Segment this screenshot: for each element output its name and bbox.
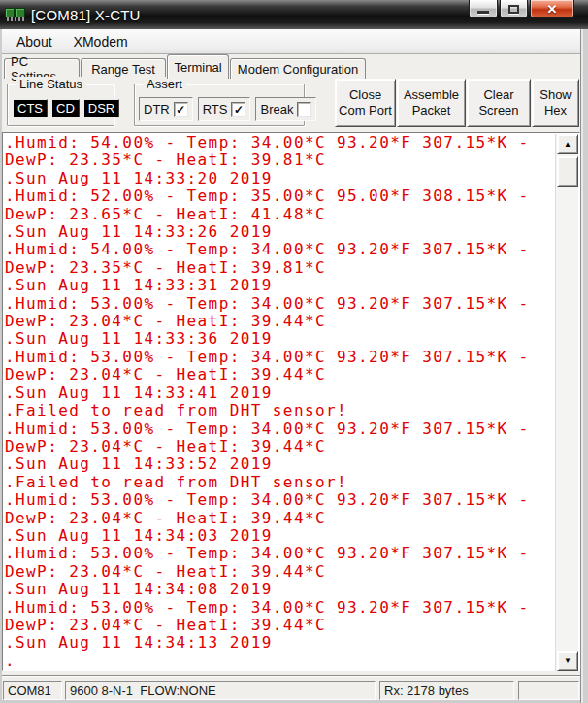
terminal-line: DewP: 23.65*C - HeatI: 41.48*C xyxy=(5,206,554,223)
tab-modem-configuration[interactable]: Modem Configuration xyxy=(230,58,366,79)
assert-panel-break: Break xyxy=(255,97,316,121)
terminal-pane[interactable]: .Humid: 54.00% - Temp: 34.00*C 93.20*F 3… xyxy=(2,132,580,671)
clear-screen-label: Clear xyxy=(483,87,513,103)
xctu-window: [COM81] X-CTU ✕ AboutXModem PC SettingsR… xyxy=(0,0,588,703)
checkbox-break[interactable] xyxy=(297,102,311,117)
status-bar: COM819600 8-N-1 FLOW:NONERx: 2178 bytes xyxy=(2,681,580,700)
maximize-button[interactable] xyxy=(500,0,528,18)
line-status-group: Line Status CTSCDDSR xyxy=(7,84,114,126)
close-com-port-button[interactable]: CloseCom Port xyxy=(335,79,396,127)
tab-pc-settings[interactable]: PC Settings xyxy=(4,58,80,79)
terminal-line: .Humid: 53.00% - Temp: 34.00*C 93.20*F 3… xyxy=(5,420,554,438)
close-com-port-label: Close xyxy=(349,87,381,103)
menu-bar: AboutXModem xyxy=(2,29,580,54)
terminal-line: .Sun Aug 11 14:33:31 2019 xyxy=(5,277,554,294)
assemble-packet-button[interactable]: AssemblePacket xyxy=(397,79,466,127)
assemble-packet-label: Packet xyxy=(412,103,451,118)
maximize-icon xyxy=(508,5,519,14)
checkbox-rts[interactable]: ✓ xyxy=(231,102,245,117)
client-area: AboutXModem PC SettingsRange TestTermina… xyxy=(2,29,580,700)
window-title: [COM81] X-CTU xyxy=(31,7,141,23)
terminal-line: .Humid: 54.00% - Temp: 34.00*C 93.20*F 3… xyxy=(5,241,554,258)
close-button[interactable]: ✕ xyxy=(530,0,574,18)
terminal-line: .Sun Aug 11 14:33:26 2019 xyxy=(5,223,554,241)
assert-legend: Assert xyxy=(143,77,186,91)
terminal-line: .Sun Aug 11 14:33:20 2019 xyxy=(5,170,554,187)
vertical-scrollbar[interactable]: ▲ ▼ xyxy=(555,134,578,671)
checkbox-dtr[interactable]: ✓ xyxy=(174,102,188,117)
terminal-line: DewP: 23.04*C - HeatI: 39.44*C xyxy=(5,438,554,455)
status-serial-settings: 9600 8-N-1 FLOW:NONE xyxy=(65,681,376,700)
terminal-line: DewP: 23.04*C - HeatI: 39.44*C xyxy=(5,366,554,384)
terminal-line: .Sun Aug 11 14:33:36 2019 xyxy=(5,330,554,348)
terminal-output[interactable]: .Humid: 54.00% - Temp: 34.00*C 93.20*F 3… xyxy=(5,134,554,669)
show-hex-label: Show xyxy=(539,87,572,103)
terminal-line: .Sun Aug 11 14:34:08 2019 xyxy=(5,581,554,598)
terminal-line: . xyxy=(5,653,554,669)
close-com-port-label: Com Port xyxy=(339,103,392,118)
window-controls: ✕ xyxy=(469,0,574,18)
tab-terminal[interactable]: Terminal xyxy=(167,54,229,79)
scroll-up-button[interactable]: ▲ xyxy=(557,134,578,154)
tab-strip: PC SettingsRange TestTerminalModem Confi… xyxy=(2,55,580,79)
assemble-packet-label: Assemble xyxy=(404,87,459,103)
arrow-up-icon: ▲ xyxy=(564,141,572,149)
show-hex-button[interactable]: ShowHex xyxy=(532,79,579,127)
terminal-line: .Humid: 53.00% - Temp: 34.00*C 93.20*F 3… xyxy=(5,491,554,509)
terminal-line: .Humid: 53.00% - Temp: 34.00*C 93.20*F 3… xyxy=(5,295,554,313)
menu-item-about[interactable]: About xyxy=(6,31,63,52)
indicator-cd: CD xyxy=(51,99,80,117)
status-extra xyxy=(518,681,579,700)
checkbox-label-rts: RTS xyxy=(203,102,228,117)
app-icon xyxy=(4,6,27,23)
arrow-down-icon: ▼ xyxy=(564,657,572,665)
assert-group: Assert DTR✓RTS✓Break xyxy=(134,84,305,126)
assert-panel-rts: RTS✓ xyxy=(198,97,251,121)
minimize-icon xyxy=(477,11,489,14)
show-hex-label: Hex xyxy=(544,103,567,118)
indicator-cts: CTS xyxy=(13,99,48,117)
terminal-line: .Humid: 54.00% - Temp: 34.00*C 93.20*F 3… xyxy=(5,134,554,151)
status-rx-bytes: Rx: 2178 bytes xyxy=(379,681,514,700)
terminal-line: .Sun Aug 11 14:34:03 2019 xyxy=(5,527,554,545)
terminal-line: DewP: 23.04*C - HeatI: 39.44*C xyxy=(5,617,554,634)
line-status-legend: Line Status xyxy=(16,77,86,91)
assert-panel-dtr: DTR✓ xyxy=(139,97,193,121)
terminal-line: .Humid: 53.00% - Temp: 34.00*C 93.20*F 3… xyxy=(5,545,554,562)
terminal-line: DewP: 23.04*C - HeatI: 39.44*C xyxy=(5,313,554,330)
line-status-indicators: CTSCDDSR xyxy=(13,99,119,117)
radio-module-icon xyxy=(16,8,25,17)
tab-range-test[interactable]: Range Test xyxy=(81,58,166,79)
checkbox-label-break: Break xyxy=(260,102,293,117)
terminal-line: DewP: 23.35*C - HeatI: 39.81*C xyxy=(5,259,554,277)
terminal-line: .Failed to read from DHT sensor! xyxy=(5,474,554,491)
terminal-controls: Line Status CTSCDDSR Assert DTR✓RTS✓Brea… xyxy=(2,79,580,132)
checkbox-label-dtr: DTR xyxy=(144,102,170,117)
terminal-line: .Failed to read from DHT sensor! xyxy=(5,402,554,419)
assert-checkboxes: DTR✓RTS✓Break xyxy=(139,97,316,121)
title-bar[interactable]: [COM81] X-CTU ✕ xyxy=(0,0,588,29)
icon-pins xyxy=(7,17,24,21)
radio-module-icon xyxy=(5,8,15,17)
status-com-port: COM81 xyxy=(3,681,62,700)
indicator-dsr: DSR xyxy=(83,99,119,117)
clear-screen-label: Screen xyxy=(478,103,518,118)
terminal-line: .Humid: 53.00% - Temp: 34.00*C 93.20*F 3… xyxy=(5,599,554,617)
terminal-line: .Sun Aug 11 14:34:13 2019 xyxy=(5,634,554,652)
terminal-line: .Sun Aug 11 14:33:52 2019 xyxy=(5,455,554,473)
close-icon: ✕ xyxy=(547,2,558,17)
terminal-line: DewP: 23.04*C - HeatI: 39.44*C xyxy=(5,510,554,527)
terminal-line: .Humid: 53.00% - Temp: 34.00*C 93.20*F 3… xyxy=(5,349,554,366)
scrollbar-thumb[interactable] xyxy=(557,156,578,187)
clear-screen-button[interactable]: ClearScreen xyxy=(467,79,531,127)
menu-item-xmodem[interactable]: XModem xyxy=(63,31,139,52)
terminal-line: .Humid: 52.00% - Temp: 35.00*C 95.00*F 3… xyxy=(5,187,554,205)
scroll-down-button[interactable]: ▼ xyxy=(557,651,578,671)
minimize-button[interactable] xyxy=(469,0,498,18)
terminal-line: DewP: 23.04*C - HeatI: 39.44*C xyxy=(5,563,554,581)
terminal-line: .Sun Aug 11 14:33:41 2019 xyxy=(5,385,554,402)
statusbar-separator xyxy=(2,675,580,677)
terminal-line: DewP: 23.35*C - HeatI: 39.81*C xyxy=(5,151,554,169)
